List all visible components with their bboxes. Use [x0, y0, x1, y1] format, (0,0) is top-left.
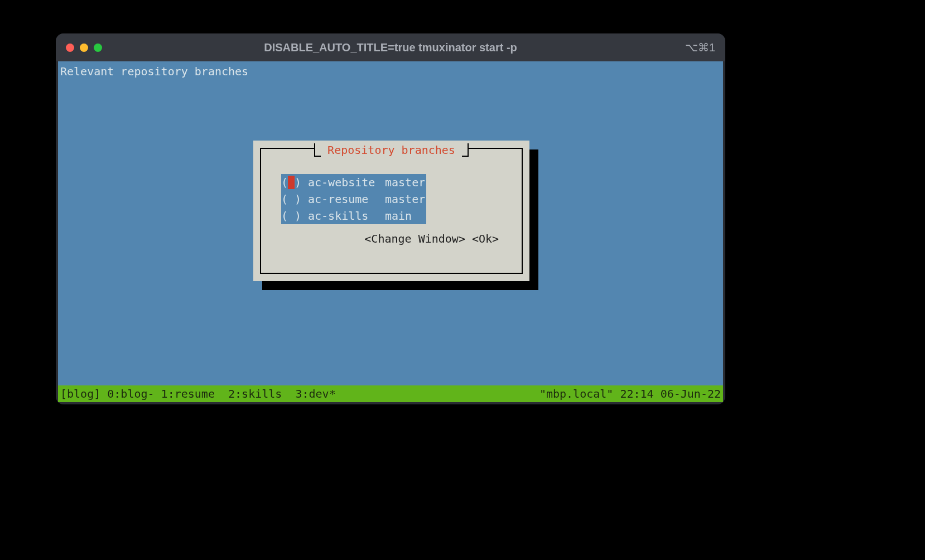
zoom-icon[interactable]	[94, 44, 102, 52]
dialog-buttons: <Change Window> <Ok>	[253, 219, 529, 259]
minimize-icon[interactable]	[80, 44, 88, 52]
repo-branch: master	[382, 176, 425, 189]
dialog-box: Repository branches ( ) ac-website maste…	[253, 141, 529, 281]
titlebar: DISABLE_AUTO_TITLE=true tmuxinator start…	[56, 33, 725, 61]
cursor-icon	[288, 176, 295, 189]
ok-button[interactable]: <Ok>	[472, 232, 499, 245]
paren-left-icon: (	[281, 176, 288, 189]
title-brace-right-icon	[462, 143, 469, 157]
paren-right-icon: )	[295, 192, 301, 206]
list-item[interactable]: ( ) ac-website master	[281, 174, 426, 191]
close-icon[interactable]	[66, 44, 74, 52]
repo-name: ac-website	[308, 176, 382, 189]
window-title: DISABLE_AUTO_TITLE=true tmuxinator start…	[56, 41, 725, 54]
title-brace-left-icon	[314, 143, 321, 157]
page-title: Relevant repository branches	[58, 61, 723, 78]
repo-branch: master	[382, 192, 425, 206]
dialog: Repository branches ( ) ac-website maste…	[253, 141, 529, 281]
terminal-body[interactable]: Relevant repository branches Repository …	[58, 61, 723, 402]
dialog-title: Repository branches	[253, 143, 529, 157]
status-right: "mbp.local" 22:14 06-Jun-22	[539, 387, 721, 400]
status-left[interactable]: [blog] 0:blog- 1:resume 2:skills 3:dev*	[60, 387, 336, 400]
tmux-status-bar: [blog] 0:blog- 1:resume 2:skills 3:dev* …	[58, 385, 723, 402]
dialog-title-label: Repository branches	[324, 143, 459, 157]
change-window-button[interactable]: <Change Window>	[364, 232, 465, 245]
window-shortcut: ⌥⌘1	[685, 41, 715, 54]
terminal-window: DISABLE_AUTO_TITLE=true tmuxinator start…	[56, 33, 725, 404]
paren-right-icon: )	[295, 176, 301, 189]
radio-list: ( ) ac-website master ( ) ac-r	[281, 174, 426, 224]
traffic-lights	[66, 44, 102, 52]
list-item[interactable]: ( ) ac-resume master	[281, 191, 426, 207]
repo-name: ac-resume	[308, 192, 382, 206]
paren-left-icon: (	[281, 192, 288, 206]
